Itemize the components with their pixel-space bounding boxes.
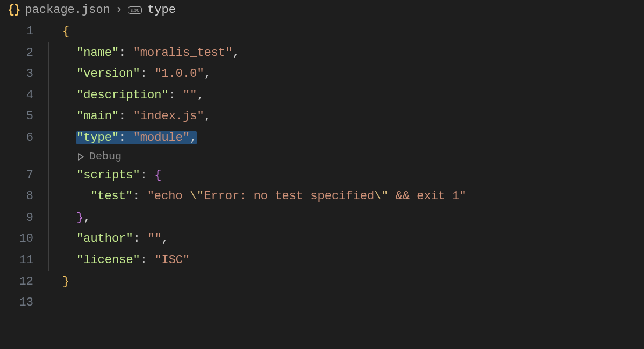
indent-guide <box>48 228 49 250</box>
code-line: 13 <box>0 292 644 314</box>
line-number: 5 <box>0 106 48 127</box>
line-number: 12 <box>0 271 48 293</box>
indent-guide <box>48 186 49 207</box>
line-number: 3 <box>0 63 48 85</box>
line-number: 6 <box>0 127 48 149</box>
breadcrumb-file[interactable]: package.json <box>25 3 110 17</box>
chevron-right-icon: › <box>116 3 123 17</box>
line-number: 8 <box>0 186 48 207</box>
indent-guide <box>48 106 49 127</box>
line-number: 9 <box>0 207 48 229</box>
code-line: 10 "author": "", <box>0 228 644 250</box>
breadcrumb-bar: {} package.json › abc type <box>0 0 644 21</box>
brace-close: } <box>62 275 69 288</box>
indent-guide <box>48 207 49 229</box>
code-line: 3 "version": "1.0.0", <box>0 63 644 85</box>
indent-guide <box>48 149 49 165</box>
code-line: 11 "license": "ISC" <box>0 250 644 271</box>
code-line: 5 "main": "index.js", <box>0 106 644 127</box>
indent-guide <box>48 127 49 149</box>
debug-codelens[interactable]: Debug <box>89 149 121 165</box>
line-number: 2 <box>0 42 48 64</box>
indent-guide <box>48 250 49 271</box>
brace-open: { <box>62 25 69 38</box>
indent-guide <box>48 85 49 106</box>
line-number: 10 <box>0 228 48 250</box>
line-number: 11 <box>0 250 48 271</box>
indent-guide <box>48 63 49 85</box>
code-line: 1 { <box>0 21 644 42</box>
code-line: 8 "test": "echo \"Error: no test specifi… <box>0 186 644 207</box>
indent-guide <box>48 42 49 64</box>
string-property-icon: abc <box>128 6 142 14</box>
code-line: 7 "scripts": { <box>0 165 644 186</box>
code-line: 12 } <box>0 271 644 293</box>
line-number: 7 <box>0 165 48 186</box>
codelens-row: Debug <box>0 149 644 165</box>
line-number: 1 <box>0 21 48 42</box>
breadcrumb-property[interactable]: type <box>147 3 176 17</box>
selection-highlight: "type": "module", <box>76 131 197 144</box>
play-icon[interactable] <box>76 152 85 161</box>
json-file-icon: {} <box>8 3 19 17</box>
code-line: 6 "type": "module", <box>0 127 644 149</box>
line-number: 4 <box>0 85 48 106</box>
line-number: 13 <box>0 292 48 314</box>
code-line: 9 }, <box>0 207 644 229</box>
code-editor[interactable]: 1 { 2 "name": "moralis_test", 3 "version… <box>0 21 644 314</box>
indent-guide <box>48 165 49 186</box>
code-line: 4 "description": "", <box>0 85 644 106</box>
code-line: 2 "name": "moralis_test", <box>0 42 644 64</box>
